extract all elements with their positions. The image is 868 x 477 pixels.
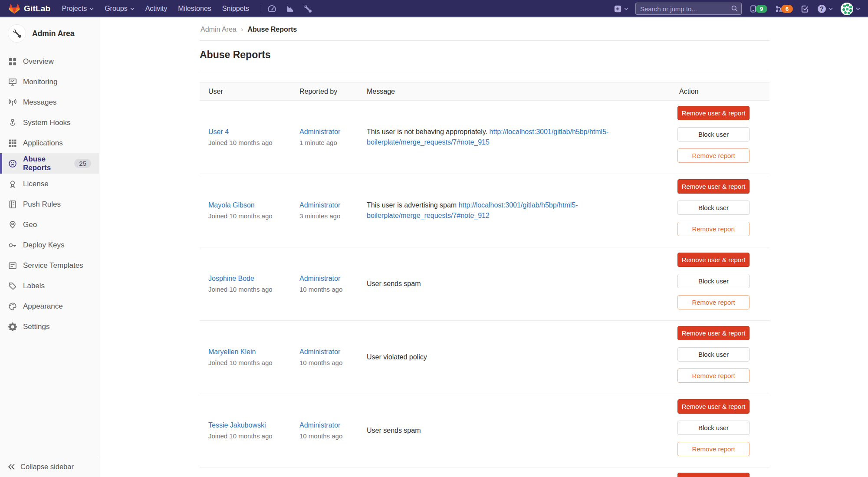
gitlab-home-link[interactable]: GitLab (9, 3, 50, 14)
help-menu-button[interactable]: ? (818, 5, 833, 13)
reported-by-cell: Administrator 10 months ago (299, 421, 367, 440)
nav-link-groups[interactable]: Groups (105, 5, 134, 13)
merge-requests-counter[interactable]: 6 (775, 5, 793, 13)
action-cell: Remove user & report Block user Remove r… (673, 321, 769, 383)
nav-link-snippets[interactable]: Snippets (222, 5, 249, 13)
navbar-divider (261, 4, 261, 13)
user-link[interactable]: Tessie Jakubowski (208, 421, 266, 429)
todos-icon[interactable] (801, 5, 809, 13)
report-time-text: 1 minute ago (299, 139, 367, 146)
reporter-link[interactable]: Administrator (299, 275, 340, 283)
remove-user-and-report-button[interactable]: Remove user & report (677, 179, 750, 194)
message-cell: This user is not behaving appropriately.… (367, 127, 673, 148)
charts-icon[interactable] (286, 5, 294, 13)
block-user-button[interactable]: Block user (677, 201, 750, 215)
action-cell: Remove user & report Block user Remove r… (673, 247, 769, 309)
user-joined-text: Joined 10 months ago (208, 139, 299, 146)
sidebar-item-settings[interactable]: Settings (0, 316, 99, 337)
block-user-button[interactable]: Block user (677, 347, 750, 362)
sidebar-item-applications[interactable]: Applications (0, 133, 99, 153)
remove-user-and-report-button[interactable]: Remove user & report (677, 399, 750, 414)
report-time-text: 3 minutes ago (299, 212, 367, 220)
user-avatar (841, 3, 853, 15)
admin-wrench-icon[interactable] (304, 5, 312, 13)
sidebar-item-service-templates[interactable]: Service Templates (0, 255, 99, 276)
action-cell: Remove user & report Block user Remove r… (673, 174, 769, 236)
sidebar-item-labels[interactable]: Labels (0, 276, 99, 296)
sidebar-item-push-rules[interactable]: Push Rules (0, 194, 99, 214)
search-input[interactable] (635, 3, 742, 15)
block-user-button[interactable]: Block user (677, 274, 750, 288)
action-cell: Remove user & report Block user Remove r… (673, 101, 769, 163)
block-user-button[interactable]: Block user (677, 127, 750, 141)
remove-user-and-report-button[interactable]: Remove user & report (677, 326, 750, 340)
gitlab-admin-abuse-reports-page: GitLab Projects Groups Activity Mileston… (0, 0, 868, 477)
sidebar-item-abuse-reports[interactable]: Abuse Reports 25 (0, 153, 99, 174)
license-icon (8, 179, 17, 189)
sidebar-item-label: Overview (23, 57, 54, 66)
plus-square-icon (614, 5, 621, 13)
user-joined-text: Joined 10 months ago (208, 432, 299, 440)
nav-link-label: Projects (62, 5, 87, 13)
overview-icon (8, 57, 17, 66)
sidebar-context-header[interactable]: Admin Area (0, 17, 99, 48)
remove-report-button[interactable]: Remove report (677, 222, 750, 236)
admin-area-wrench-icon (8, 24, 26, 43)
remove-report-button[interactable]: Remove report (677, 442, 750, 456)
new-menu-button[interactable] (614, 5, 628, 13)
reporter-link[interactable]: Administrator (299, 201, 340, 209)
collapse-sidebar-button[interactable]: Collapse sidebar (0, 456, 99, 477)
sidebar-item-deploy-keys[interactable]: Deploy Keys (0, 235, 99, 255)
sidebar-item-monitoring[interactable]: Monitoring (0, 72, 99, 92)
remove-user-and-report-button[interactable]: Remove user & report (677, 473, 750, 477)
main-content: Admin Area › Abuse Reports Abuse Reports… (99, 17, 868, 477)
message-cell: User violated policy (367, 352, 673, 362)
sidebar-item-appearance[interactable]: Appearance (0, 296, 99, 316)
message-text: This user is advertising spam (367, 201, 459, 209)
navbar-right: 9 6 ? (614, 3, 860, 15)
block-user-button[interactable]: Block user (677, 421, 750, 435)
top-navbar: GitLab Projects Groups Activity Mileston… (0, 0, 868, 17)
nav-link-projects[interactable]: Projects (62, 5, 94, 13)
user-link[interactable]: Maryellen Klein (208, 348, 256, 356)
messages-icon (8, 98, 17, 107)
abuse-report-row: Remove user & report Block user Remove r… (200, 467, 769, 477)
column-header-message: Message (367, 86, 673, 97)
nav-link-milestones[interactable]: Milestones (178, 5, 211, 13)
user-joined-text: Joined 10 months ago (208, 212, 299, 220)
user-link[interactable]: Josphine Bode (208, 275, 254, 283)
remove-report-button[interactable]: Remove report (677, 295, 750, 309)
sidebar-item-system-hooks[interactable]: System Hooks (0, 112, 99, 133)
global-search (635, 3, 742, 15)
sidebar-item-messages[interactable]: Messages (0, 92, 99, 112)
chevron-down-icon (624, 7, 628, 10)
navbar-links: Projects Groups Activity Milestones Snip… (62, 5, 260, 13)
reporter-link[interactable]: Administrator (299, 348, 340, 356)
chevron-down-icon (89, 7, 94, 10)
reporter-link[interactable]: Administrator (299, 128, 340, 136)
remove-report-button[interactable]: Remove report (677, 368, 750, 383)
remove-report-button[interactable]: Remove report (677, 148, 750, 163)
user-menu-button[interactable] (841, 3, 860, 15)
remove-user-and-report-button[interactable]: Remove user & report (677, 106, 750, 120)
user-cell: Maryellen Klein Joined 10 months ago (200, 348, 299, 366)
page-title: Abuse Reports (200, 49, 769, 61)
user-link[interactable]: User 4 (208, 128, 229, 136)
sidebar-item-license[interactable]: License (0, 174, 99, 194)
breadcrumb-separator-icon: › (241, 25, 243, 34)
message-text: User violated policy (367, 353, 427, 361)
sidebar-item-geo[interactable]: Geo (0, 214, 99, 235)
issues-counter[interactable]: 9 (750, 5, 767, 13)
user-joined-text: Joined 10 months ago (208, 359, 299, 366)
brand-name: GitLab (24, 4, 50, 13)
sidebar-item-overview[interactable]: Overview (0, 51, 99, 72)
nav-link-label: Activity (145, 5, 168, 13)
user-link[interactable]: Mayola Gibson (208, 201, 255, 209)
dashboard-icon[interactable] (267, 4, 276, 13)
message-text: User sends spam (367, 280, 421, 287)
nav-link-activity[interactable]: Activity (145, 5, 168, 13)
reporter-link[interactable]: Administrator (299, 421, 340, 429)
sidebar-item-label: Monitoring (23, 78, 57, 86)
remove-user-and-report-button[interactable]: Remove user & report (677, 253, 750, 267)
breadcrumb-admin-area-link[interactable]: Admin Area (201, 26, 237, 33)
